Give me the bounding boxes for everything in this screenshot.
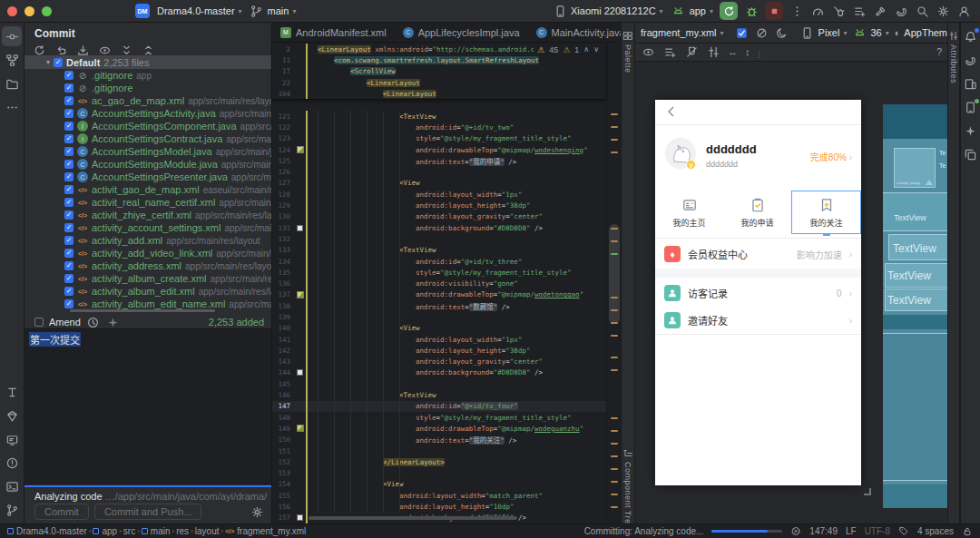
breadcrumb-item[interactable]: src xyxy=(123,526,135,536)
prev-issue-icon[interactable]: ∧ xyxy=(583,46,589,54)
build-tool-button[interactable] xyxy=(2,382,22,402)
file-checkbox[interactable]: ✓ xyxy=(64,261,74,270)
commit-file-row[interactable]: ✓</>activit_zhiye_certif.xmlapp/src/main… xyxy=(24,209,272,221)
margins-icon[interactable] xyxy=(706,45,720,60)
warning-stripe-mark[interactable] xyxy=(611,126,618,128)
file-checkbox[interactable]: ✓ xyxy=(64,274,74,283)
gem-tool-button[interactable] xyxy=(2,406,22,426)
commit-file-row[interactable]: ✓CAccountSettingsPresenter.javaapp/src/m… xyxy=(24,171,272,183)
terminal-tool-button[interactable] xyxy=(2,476,22,496)
component-tree-tab[interactable]: Component Tree xyxy=(622,447,634,529)
file-checkbox[interactable]: ✓ xyxy=(64,236,74,245)
run-configuration-selector[interactable]: app▾ xyxy=(671,4,713,18)
gutter-image-preview-icon[interactable] xyxy=(294,146,306,153)
commit-file-row[interactable]: ✓</>activity_account_settings.xmlapp/src… xyxy=(24,221,272,234)
attach-debugger-button[interactable] xyxy=(831,4,846,18)
user-account-button[interactable] xyxy=(956,4,971,18)
search-everywhere-button[interactable] xyxy=(915,4,929,18)
gutter-color-swatch[interactable] xyxy=(294,369,306,376)
file-checkbox[interactable]: ✓ xyxy=(64,223,74,232)
file-checkbox[interactable]: ✓ xyxy=(64,71,74,80)
device-mirror-button[interactable] xyxy=(961,144,980,164)
close-window-button[interactable] xyxy=(7,6,17,16)
ai-assistant-button[interactable] xyxy=(894,4,908,18)
warning-stripe-mark[interactable] xyxy=(611,297,618,298)
breadcrumb-item[interactable]: Drama4.0-master xyxy=(7,526,87,536)
gutter-image-preview-icon[interactable] xyxy=(294,291,306,298)
pull-requests-tool-button[interactable] xyxy=(2,50,22,70)
commit-options-gear-icon[interactable] xyxy=(250,504,264,519)
todo-list-button[interactable] xyxy=(852,4,867,18)
changelist-root-row[interactable]: ▾ ✓ Default 2,253 files xyxy=(24,55,272,69)
chevron-expanded-icon[interactable]: ▾ xyxy=(46,59,50,66)
running-devices-button[interactable] xyxy=(961,97,980,117)
notifications-button[interactable] xyxy=(961,26,980,46)
amend-checkbox[interactable] xyxy=(34,318,44,327)
help-icon[interactable]: ? xyxy=(936,47,942,57)
line-separator[interactable]: LF xyxy=(846,526,857,536)
file-encoding[interactable]: UTF-8 xyxy=(865,526,890,536)
commit-file-row[interactable]: ✓</>ac_gao_de_map.xmlapp/src/main/res/la… xyxy=(24,94,272,107)
file-checkbox[interactable]: ✓ xyxy=(64,198,74,207)
settings-button[interactable] xyxy=(936,4,950,18)
commit-file-row[interactable]: ✓⊘.gitignoreapp xyxy=(24,69,272,82)
info-stripe-mark[interactable] xyxy=(611,253,618,255)
project-tool-button[interactable] xyxy=(2,73,22,93)
warning-stripe-mark[interactable] xyxy=(611,369,618,371)
preview-drag-handle[interactable]: ⋮ xyxy=(755,50,764,59)
profiler-button[interactable] xyxy=(810,4,825,18)
file-checkbox[interactable]: ✓ xyxy=(64,185,74,194)
file-checkbox[interactable]: ✓ xyxy=(64,287,74,296)
gutter-color-swatch[interactable] xyxy=(294,225,306,231)
warning-stripe-mark[interactable] xyxy=(611,481,618,483)
commit-file-row[interactable]: ✓</>activity_album_create.xmlapp/src/mai… xyxy=(24,272,272,285)
file-checkbox[interactable]: ✓ xyxy=(64,249,74,258)
build-button[interactable] xyxy=(873,4,887,18)
file-checkbox[interactable]: ✓ xyxy=(64,299,74,308)
editor-hscrollbar[interactable] xyxy=(309,516,517,520)
file-checkbox[interactable]: ✓ xyxy=(64,109,74,118)
cancel-progress-icon[interactable] xyxy=(790,526,801,537)
warning-stripe-mark[interactable] xyxy=(611,443,618,445)
next-issue-icon[interactable]: ∨ xyxy=(593,46,599,54)
commit-file-row[interactable]: ✓</>activity_album_edit.xmlapp/src/main/… xyxy=(24,285,272,298)
warning-stripe-mark[interactable] xyxy=(611,417,618,419)
warning-stripe-mark[interactable] xyxy=(611,506,618,508)
device-selector[interactable]: Xiaomi 22081212C▾ xyxy=(553,4,663,18)
warning-stripe-mark[interactable] xyxy=(611,240,618,242)
warning-stripe-mark[interactable] xyxy=(611,468,618,470)
list-view-icon[interactable] xyxy=(662,45,677,60)
error-stripe[interactable] xyxy=(606,43,621,523)
warning-stripe-mark[interactable] xyxy=(611,322,618,324)
warning-stripe-mark[interactable] xyxy=(611,152,618,153)
inspection-widget[interactable]: ⚠45 ⚠1 ∧ ∨ xyxy=(534,45,603,54)
stop-button[interactable] xyxy=(765,2,783,20)
minimize-window-button[interactable] xyxy=(24,6,34,16)
commit-file-row[interactable]: ✓</>activit_real_name_certif.xmlapp/src/… xyxy=(24,196,272,209)
gemini-button[interactable] xyxy=(961,121,980,141)
horizontal-arrow-icon[interactable]: ↔ xyxy=(728,47,738,57)
commit-history-icon[interactable] xyxy=(86,315,101,329)
warning-stripe-mark[interactable] xyxy=(611,113,618,115)
ai-commit-message-icon[interactable] xyxy=(106,315,121,329)
more-tool-windows-button[interactable] xyxy=(2,97,22,117)
tag-icon[interactable] xyxy=(898,526,909,537)
editor-tab-MainActivity.java[interactable]: CMainActivity.java xyxy=(528,23,633,43)
breadcrumb-item[interactable]: app xyxy=(93,526,117,536)
more-actions-button[interactable] xyxy=(789,4,804,18)
warning-stripe-mark[interactable] xyxy=(611,455,618,457)
commit-file-row[interactable]: ✓</>activit_gao_de_map.xmleaseui/src/mai… xyxy=(24,183,272,196)
warning-stripe-mark[interactable] xyxy=(611,430,618,432)
problems-tool-button[interactable] xyxy=(2,453,22,473)
commit-file-row[interactable]: ✓</>activity_add_video_link.xmlapp/src/m… xyxy=(24,247,272,259)
file-checkbox[interactable]: ✓ xyxy=(64,210,74,220)
lock-open-icon[interactable] xyxy=(962,526,973,537)
breadcrumb-item[interactable]: </>fragment_my.xml xyxy=(225,526,306,536)
view-options-icon[interactable] xyxy=(641,45,655,60)
caret-position[interactable]: 147:49 xyxy=(809,526,838,536)
palette-tab[interactable]: Palette xyxy=(622,30,634,73)
commit-file-row[interactable]: ✓IAccountSettingsComponent.javaapp/src/m… xyxy=(24,120,272,132)
breadcrumb-item[interactable]: res xyxy=(176,526,189,536)
commit-tool-button[interactable] xyxy=(2,26,22,46)
device-manager-button[interactable] xyxy=(961,73,980,93)
